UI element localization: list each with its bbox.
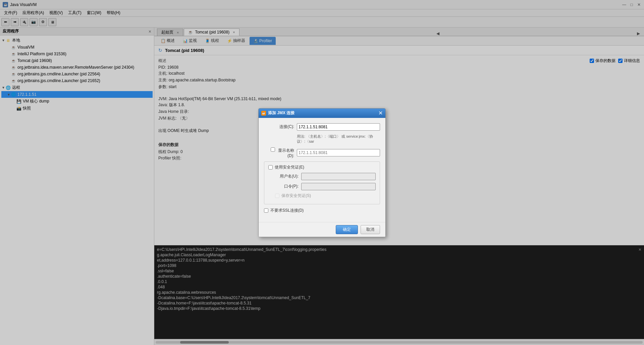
dialog-body: 连接(C): 用法: 〈主机名〉:〈端口〉 或 service:jmx:〈协议〉…: [259, 118, 385, 222]
no-ssl-checkbox[interactable]: [264, 208, 268, 213]
connection-row: 连接(C):: [264, 123, 380, 131]
add-jmx-dialog: ☕ 添加 JMX 连接 ✕ 连接(C): 用法: 〈主机名〉:〈端口〉 或 se…: [258, 108, 386, 237]
connection-label: 连接(C):: [264, 124, 294, 130]
dialog-icon: ☕: [261, 111, 266, 116]
dialog-title-label: 添加 JMX 连接: [268, 110, 294, 116]
save-credentials-checkbox[interactable]: [275, 194, 279, 198]
security-section: 使用安全凭证(E) 用户名(U): 口令(P): 保存安全凭证(S): [264, 161, 380, 204]
no-ssl-row: 不要求SSL连接(D): [264, 208, 380, 213]
password-row: 口令(P):: [275, 183, 376, 190]
dialog-overlay: ☕ 添加 JMX 连接 ✕ 连接(C): 用法: 〈主机名〉:〈端口〉 或 se…: [0, 0, 644, 345]
security-title-row: 使用安全凭证(E): [268, 164, 376, 170]
display-name-form-label: 显示名称(D):: [264, 147, 294, 158]
no-ssl-label: 不要求SSL连接(D): [270, 208, 304, 213]
connection-hint: 用法: 〈主机名〉:〈端口〉 或 service:jmx:〈协议〉:〈sar: [297, 134, 380, 144]
dialog-titlebar: ☕ 添加 JMX 连接 ✕: [259, 109, 385, 118]
username-input[interactable]: [301, 173, 376, 180]
display-name-row: 显示名称(D):: [264, 147, 380, 158]
display-name-input[interactable]: [297, 149, 380, 156]
username-row: 用户名(U):: [275, 173, 376, 180]
dialog-footer: 确定 取消: [259, 222, 385, 237]
use-security-checkbox[interactable]: [268, 165, 273, 169]
use-security-label: 使用安全凭证(E): [275, 164, 304, 170]
connection-input[interactable]: [297, 123, 380, 131]
display-name-checkbox-label: 显示名称(D):: [278, 148, 294, 158]
save-credentials-row: 保存安全凭证(S): [275, 193, 376, 199]
username-label: 用户名(U):: [275, 174, 299, 179]
cancel-button[interactable]: 取消: [361, 225, 380, 234]
dialog-title-area: ☕ 添加 JMX 连接: [261, 110, 294, 116]
confirm-button[interactable]: 确定: [336, 225, 358, 234]
password-input[interactable]: [301, 183, 376, 190]
connection-hint-row: 用法: 〈主机名〉:〈端口〉 或 service:jmx:〈协议〉:〈sar: [264, 134, 380, 144]
save-credentials-label: 保存安全凭证(S): [281, 193, 311, 199]
dialog-close-button[interactable]: ✕: [378, 111, 383, 116]
display-name-checkbox[interactable]: [271, 147, 275, 152]
password-label: 口令(P):: [275, 184, 299, 189]
